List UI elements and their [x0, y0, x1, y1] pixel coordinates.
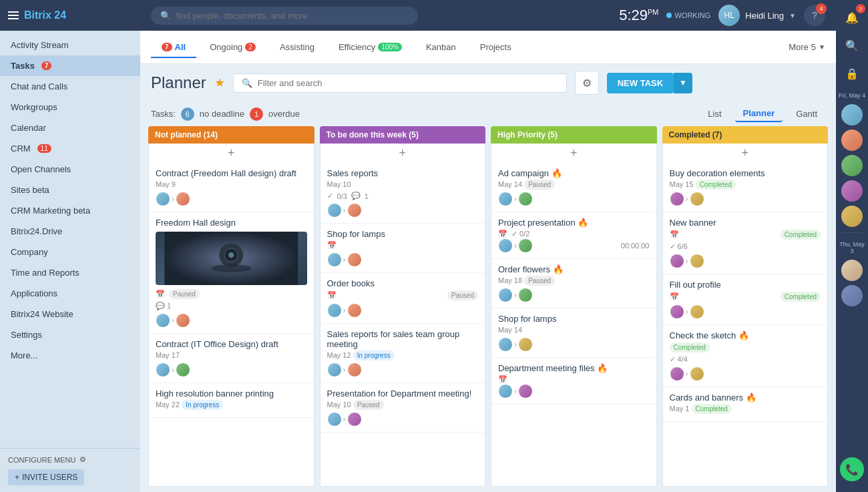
rs-avatar-1[interactable]: [841, 104, 863, 126]
col-header-completed: Completed (7): [662, 126, 829, 144]
task-card[interactable]: Freedom Hall design: [149, 212, 314, 334]
sidebar-item-time-reports[interactable]: Time and Reports: [0, 262, 140, 283]
sidebar-item-workgroups[interactable]: Workgroups: [0, 97, 140, 117]
sidebar-item-bitrix24-website[interactable]: Bitrix24 Website: [0, 304, 140, 324]
sidebar-item-more[interactable]: More...: [0, 345, 140, 366]
task-card[interactable]: Presentation for Department meeting! May…: [320, 383, 485, 433]
rs-avatar-2[interactable]: [841, 130, 863, 151]
lock-icon[interactable]: 🔒: [840, 61, 864, 85]
settings-button[interactable]: ⚙: [575, 71, 599, 95]
view-planner[interactable]: Planner: [735, 105, 783, 122]
sidebar-item-applications[interactable]: Applications: [0, 283, 140, 304]
sidebar-item-tasks[interactable]: Tasks 7: [0, 55, 140, 76]
task-card[interactable]: Sales reports May 10 ✓ 0/3 💬 1 ›: [320, 163, 485, 224]
task-card[interactable]: Shop for lamps 📅 ›: [320, 224, 485, 273]
avatar: [347, 303, 362, 318]
tab-kanban[interactable]: Kanban: [415, 37, 467, 57]
hamburger-menu[interactable]: [8, 11, 19, 19]
task-card[interactable]: High resolution banner printing May 22 I…: [149, 383, 314, 418]
tab-efficiency[interactable]: Efficiency 100%: [328, 37, 413, 57]
fire-icon: 🔥: [578, 218, 588, 228]
task-avatars: ›: [156, 192, 190, 206]
favorite-icon[interactable]: ★: [214, 75, 225, 90]
tab-ongoing[interactable]: Ongoing 2: [199, 37, 266, 57]
plus-icon: +: [15, 473, 19, 482]
task-card[interactable]: Order books 📅 Paused ›: [320, 273, 485, 324]
sidebar-footer: CONFIGURE MENU ⚙ + INVITE USERS: [0, 448, 140, 492]
tab-assisting[interactable]: Assisting: [269, 37, 325, 57]
task-card[interactable]: Shop for lamps May 14 ›: [491, 308, 656, 358]
view-list[interactable]: List: [700, 106, 729, 121]
sidebar-item-open-channels[interactable]: Open Channels: [0, 159, 140, 180]
col-add-high-priority[interactable]: +: [491, 144, 657, 163]
sidebar-item-crm-marketing[interactable]: CRM Marketing beta: [0, 200, 140, 221]
rs-avatar-4[interactable]: [841, 180, 863, 202]
avatar: [670, 366, 684, 381]
sidebar-item-company[interactable]: Company: [0, 242, 140, 262]
filter-search: 🔍: [233, 73, 567, 93]
avatar: [670, 192, 684, 206]
sidebar-item-calendar[interactable]: Calendar: [0, 117, 140, 138]
task-card[interactable]: Order flowers 🔥 May 18 Paused ›: [491, 259, 656, 308]
avatar: [518, 192, 533, 206]
rs-avatar-5[interactable]: [841, 206, 863, 227]
task-card[interactable]: Check the sketch 🔥 Completed ✓ 4/4 ›: [663, 325, 828, 387]
task-avatars: ›: [156, 313, 190, 328]
task-card[interactable]: Cards and banners 🔥 May 1 Completed: [663, 387, 828, 422]
avatar: [327, 303, 342, 318]
invite-users-button[interactable]: + INVITE USERS: [8, 469, 84, 485]
sidebar-item-chat-calls[interactable]: Chat and Calls: [0, 76, 140, 97]
task-card[interactable]: Fill out profile 📅 Completed ›: [663, 274, 828, 325]
question-icon[interactable]: ? 4: [804, 5, 825, 26]
task-card[interactable]: Contract (Freedom Hall design) draft May…: [149, 163, 314, 212]
new-task-dropdown[interactable]: ▼: [674, 73, 692, 93]
fire-icon: 🔥: [552, 168, 562, 178]
view-gantt[interactable]: Gantt: [788, 106, 825, 121]
search-icon[interactable]: 🔍: [840, 33, 864, 57]
filter-search-icon: 🔍: [242, 78, 252, 88]
task-avatars: ›: [670, 254, 704, 268]
col-add-not-planned[interactable]: +: [148, 144, 314, 163]
tab-projects[interactable]: Projects: [469, 37, 522, 57]
sidebar-item-settings[interactable]: Settings: [0, 324, 140, 345]
task-card[interactable]: Ad campaign 🔥 May 14 Paused ›: [491, 163, 656, 212]
status-badge: Paused: [447, 290, 478, 300]
sidebar-item-drive[interactable]: Bitrix24.Drive: [0, 221, 140, 242]
task-card[interactable]: Buy decoration elements May 15 Completed…: [663, 163, 828, 212]
tab-all[interactable]: 7 All: [151, 37, 196, 57]
configure-menu[interactable]: CONFIGURE MENU ⚙: [8, 455, 132, 464]
col-add-this-week[interactable]: +: [320, 144, 486, 163]
call-button[interactable]: 📞: [840, 457, 864, 481]
task-avatars: ›: [498, 192, 533, 206]
filter-search-input[interactable]: [258, 78, 558, 88]
notifications-icon[interactable]: 🔔 2: [840, 5, 864, 29]
date-label-1: Fri, May 4: [837, 89, 867, 100]
task-card[interactable]: Sales reports for sales team group meeti…: [320, 324, 485, 383]
task-avatars: ›: [327, 303, 362, 318]
task-card[interactable]: Project presentation 🔥 📅 ✓ 0/2 › 00:0: [491, 212, 656, 259]
rs-avatar-3[interactable]: [841, 155, 863, 176]
col-add-completed[interactable]: +: [662, 144, 829, 163]
new-task-container: NEW TASK ▼: [607, 73, 692, 93]
sidebar-item-sites[interactable]: Sites beta: [0, 180, 140, 200]
sidebar-item-crm[interactable]: CRM 11: [0, 138, 140, 159]
avatar: [670, 254, 684, 268]
no-deadline-badge: 6: [181, 107, 194, 121]
tab-more[interactable]: More 5 ▼: [789, 42, 825, 52]
rs-avatar-7[interactable]: [841, 285, 863, 306]
rs-avatar-6[interactable]: [841, 260, 863, 281]
search-input[interactable]: [176, 11, 409, 21]
arrow-icon: ›: [514, 387, 517, 396]
new-task-button[interactable]: NEW TASK: [607, 73, 674, 93]
avatar: [327, 362, 342, 377]
column-not-planned: Not planned (14) + Contract (Freedom Hal…: [148, 126, 314, 487]
column-this-week: To be done this week (5) + Sales reports…: [320, 126, 486, 487]
task-meta: ✓ 4/4: [670, 355, 821, 364]
svg-point-4: [211, 264, 251, 272]
task-card[interactable]: New banner 📅 Completed ✓ 6/6 ›: [663, 212, 828, 274]
task-card[interactable]: Department meeting files 🔥 📅 ›: [491, 358, 656, 405]
sidebar-item-activity-stream[interactable]: Activity Stream: [0, 35, 140, 55]
dropdown-icon: ▼: [789, 12, 796, 19]
task-card[interactable]: Contract (IT Office Design) draft May 17…: [149, 334, 314, 383]
col-header-high-priority: High Priority (5): [491, 126, 657, 144]
